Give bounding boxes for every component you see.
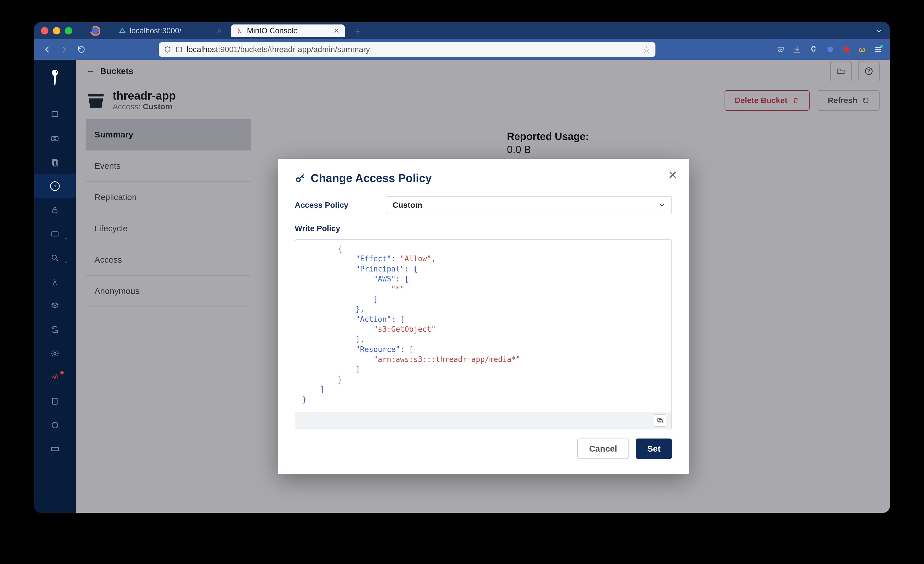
firefox-logo-icon	[90, 26, 100, 36]
tabs-overflow-button[interactable]	[875, 27, 883, 35]
documents-icon	[50, 158, 60, 167]
access-policy-value: Custom	[393, 201, 422, 210]
policy-editor[interactable]: { "Effect": "Allow", "Principal": { "AWS…	[295, 239, 672, 429]
cancel-button[interactable]: Cancel	[577, 438, 629, 459]
svg-point-14	[52, 422, 58, 428]
ublock-icon[interactable]	[843, 46, 850, 53]
change-access-policy-modal: ✕ Change Access Policy Access Policy Cus…	[278, 159, 689, 474]
main-content: ← Buckets threadr-app	[76, 60, 890, 513]
sidebar-item-identity[interactable]	[34, 198, 76, 222]
svg-rect-1	[176, 47, 181, 52]
new-tab-button[interactable]: ＋	[353, 26, 363, 36]
tracking-shield-icon[interactable]	[164, 46, 171, 53]
chevron-down-icon	[658, 202, 665, 208]
gear-icon	[50, 349, 60, 358]
toolbar-right: ω	[777, 45, 882, 54]
sidebar-item-documents[interactable]	[34, 150, 76, 174]
tab-close-icon[interactable]: ✕	[216, 27, 222, 35]
lambda-icon: λ	[50, 277, 60, 286]
nav-forward-button[interactable]	[59, 44, 69, 55]
access-policy-label: Access Policy	[295, 201, 372, 210]
toolbar: localhost:9001/buckets/threadr-app/admin…	[34, 39, 890, 60]
monitoring-icon	[50, 110, 60, 119]
sidebar-item-objects[interactable]	[34, 126, 76, 150]
copy-policy-button[interactable]	[654, 414, 666, 427]
svg-rect-4	[52, 111, 58, 117]
svg-rect-15	[51, 447, 58, 451]
svg-rect-2	[844, 46, 849, 52]
extensions-icon[interactable]	[810, 45, 818, 54]
svg-rect-9	[53, 210, 57, 213]
nav-reload-button[interactable]	[76, 44, 87, 55]
sidebar-item-notifications[interactable]	[34, 365, 76, 389]
svg-point-11	[52, 255, 56, 259]
globe-icon	[50, 420, 60, 430]
app-sidebar: ˇ ˇ λ	[34, 60, 76, 513]
url-text: localhost:9001/buckets/threadr-app/admin…	[187, 45, 370, 54]
bookmark-star-icon[interactable]: ☆	[643, 45, 650, 55]
lock-icon	[50, 205, 60, 215]
notification-dot-icon	[60, 371, 64, 375]
downloads-icon[interactable]	[793, 45, 801, 54]
svg-point-12	[54, 352, 56, 355]
window-close-button[interactable]	[41, 27, 48, 34]
sidebar-item-settings[interactable]	[34, 342, 76, 365]
nav-back-button[interactable]	[42, 44, 52, 55]
search-icon	[50, 253, 60, 262]
access-policy-select[interactable]: Custom	[386, 196, 672, 214]
browser-tab-active[interactable]: MinIO Console ✕	[231, 24, 345, 37]
chevron-down-icon: ˇ	[65, 238, 67, 243]
sidebar-item-buckets[interactable]	[34, 174, 76, 198]
app-menu-button[interactable]	[874, 45, 882, 54]
window-maximize-button[interactable]	[65, 27, 72, 34]
sync-icon	[50, 325, 60, 334]
modal-close-button[interactable]: ✕	[668, 168, 678, 182]
svg-point-0	[92, 27, 99, 34]
window-controls	[41, 27, 72, 34]
write-policy-label: Write Policy	[295, 224, 672, 233]
tab-favicon-icon	[119, 27, 126, 34]
camera-icon	[50, 134, 60, 143]
sidebar-item-access[interactable]: ˇ	[34, 222, 76, 246]
sidebar-item-storage[interactable]	[34, 437, 76, 461]
site-info-icon[interactable]	[175, 46, 183, 53]
browser-window: localhost:3000/ ✕ MinIO Console ✕ ＋	[34, 22, 890, 513]
layers-icon	[50, 301, 60, 310]
sidebar-item-replication[interactable]	[34, 318, 76, 342]
chevron-down-icon: ˇ	[65, 262, 67, 267]
svg-rect-20	[658, 418, 661, 422]
tab-close-icon[interactable]: ✕	[333, 27, 340, 35]
window-minimize-button[interactable]	[53, 27, 60, 34]
titlebar: localhost:3000/ ✕ MinIO Console ✕ ＋	[34, 22, 890, 39]
sidebar-item-tiers[interactable]	[34, 294, 76, 318]
tab-label: MinIO Console	[247, 27, 298, 35]
svg-rect-5	[52, 136, 58, 141]
policy-json-text[interactable]: { "Effect": "Allow", "Principal": { "AWS…	[295, 240, 671, 412]
diagnostics-icon	[50, 372, 60, 382]
key-icon	[295, 173, 306, 184]
drive-icon	[50, 444, 60, 454]
browser-tab-inactive[interactable]: localhost:3000/ ✕	[114, 24, 228, 37]
svg-rect-13	[52, 398, 57, 404]
app-root: ˇ ˇ λ ← Buckets	[34, 60, 890, 513]
sidebar-item-monitoring[interactable]	[34, 102, 76, 126]
svg-rect-19	[659, 420, 662, 423]
sidebar-item-search[interactable]: ˇ	[34, 246, 76, 270]
url-bar[interactable]: localhost:9001/buckets/threadr-app/admin…	[159, 42, 656, 57]
bucket-icon	[50, 181, 60, 191]
firefox-shield-icon[interactable]	[826, 45, 834, 54]
sidebar-item-support[interactable]	[34, 413, 76, 437]
svg-point-6	[54, 138, 56, 140]
id-card-icon	[50, 229, 60, 239]
svg-rect-10	[52, 232, 58, 236]
modal-title: Change Access Policy	[295, 172, 672, 184]
tab-label: localhost:3000/	[130, 27, 182, 35]
set-button[interactable]: Set	[636, 438, 672, 459]
sidebar-item-lambda[interactable]: λ	[34, 270, 76, 294]
svg-point-3	[56, 71, 57, 73]
sidebar-item-license[interactable]	[34, 389, 76, 413]
minio-logo-icon	[48, 68, 62, 90]
pocket-icon[interactable]	[777, 45, 784, 54]
tab-favicon-icon	[236, 27, 243, 34]
extension-ww-icon[interactable]: ω	[859, 45, 866, 54]
